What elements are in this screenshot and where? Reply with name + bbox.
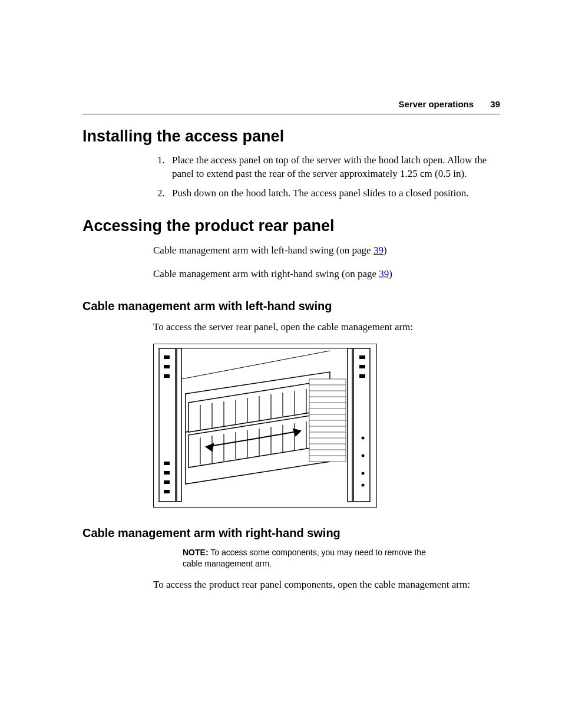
link-line-left: Cable management arm with left-hand swin… [153, 243, 500, 258]
note-block: NOTE: To access some components, you may… [183, 547, 430, 569]
svg-rect-6 [164, 365, 170, 368]
svg-point-17 [362, 472, 365, 475]
svg-rect-3 [348, 348, 352, 502]
note-text: To access some components, you may need … [183, 548, 426, 568]
link-left-suffix: ) [384, 245, 387, 256]
svg-rect-12 [359, 355, 365, 359]
page-link-39-right[interactable]: 39 [379, 268, 389, 279]
svg-rect-2 [177, 348, 181, 502]
heading-cma-right-swing: Cable management arm with right-hand swi… [82, 526, 500, 540]
page-link-39-left[interactable]: 39 [373, 245, 384, 256]
section-title: Server operations [399, 99, 474, 109]
install-step-1: Place the access panel on top of the ser… [167, 154, 500, 181]
svg-rect-9 [164, 471, 170, 475]
right-swing-body: To access the product rear panel compone… [153, 578, 500, 592]
svg-rect-10 [164, 480, 170, 484]
svg-rect-1 [159, 348, 176, 502]
svg-rect-13 [359, 365, 365, 368]
link-left-prefix: Cable management arm with left-hand swin… [153, 245, 373, 256]
link-line-right: Cable management arm with right-hand swi… [153, 267, 500, 281]
server-rack-illustration [153, 344, 377, 508]
heading-cma-left-swing: Cable management arm with left-hand swin… [82, 299, 500, 313]
content: Installing the access panel Place the ac… [82, 127, 500, 592]
svg-rect-4 [353, 348, 370, 502]
toc-links: Cable management arm with left-hand swin… [153, 243, 500, 281]
link-right-suffix: ) [389, 268, 392, 279]
right-swing-text: To access the product rear panel compone… [153, 578, 500, 592]
heading-installing-access-panel: Installing the access panel [82, 127, 500, 146]
link-right-prefix: Cable management arm with right-hand swi… [153, 268, 379, 279]
svg-point-16 [362, 454, 365, 457]
svg-point-15 [362, 437, 365, 440]
note-label: NOTE: [183, 548, 209, 557]
page: Server operations 39 Installing the acce… [0, 0, 562, 728]
install-step-2: Push down on the hood latch. The access … [167, 187, 500, 200]
svg-point-18 [362, 484, 365, 487]
svg-rect-5 [164, 355, 170, 359]
left-swing-text: To access the server rear panel, open th… [153, 320, 500, 334]
svg-rect-7 [164, 374, 170, 378]
svg-rect-14 [359, 374, 365, 378]
running-header: Server operations 39 [82, 99, 500, 114]
page-number: 39 [476, 99, 500, 109]
figure-cable-management-arm [153, 344, 377, 508]
install-steps-list: Place the access panel on top of the ser… [153, 154, 500, 200]
left-swing-body: To access the server rear panel, open th… [153, 320, 500, 334]
svg-rect-11 [164, 490, 170, 493]
svg-rect-8 [164, 462, 170, 465]
heading-accessing-rear-panel: Accessing the product rear panel [82, 217, 500, 235]
